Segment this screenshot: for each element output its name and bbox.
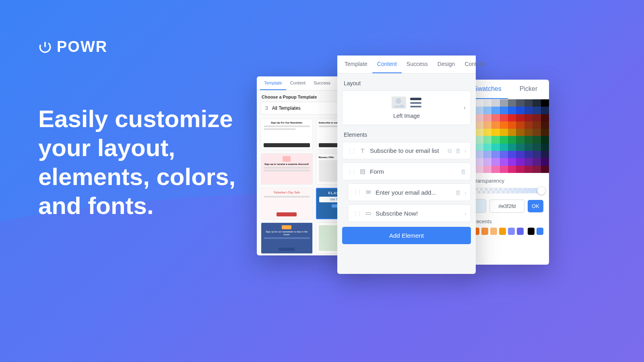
tab-template[interactable]: Template	[340, 56, 372, 73]
swatch[interactable]	[508, 136, 516, 143]
swatch[interactable]	[483, 136, 491, 143]
swatch[interactable]	[508, 129, 516, 136]
swatch[interactable]	[500, 121, 508, 129]
add-element-button[interactable]: Add Element	[342, 227, 471, 244]
swatch[interactable]	[483, 129, 491, 136]
slider-handle[interactable]	[537, 187, 545, 195]
element-button-row[interactable]: ⋮⋮ ▭ Subscribe Now! ›	[348, 204, 471, 222]
swatch[interactable]	[508, 158, 516, 165]
swatch[interactable]	[516, 158, 524, 165]
element-form-row[interactable]: ⋮⋮ ▤ Form 🗑	[342, 162, 471, 180]
swatch[interactable]	[500, 166, 508, 173]
swatch[interactable]	[491, 144, 500, 151]
recent-swatch[interactable]	[481, 228, 488, 235]
swatch[interactable]	[524, 107, 533, 114]
template-card[interactable]: Valentine's Day Sale	[261, 188, 313, 219]
swatch[interactable]	[524, 114, 533, 121]
swatch[interactable]	[533, 136, 541, 143]
swatch[interactable]	[483, 151, 491, 158]
swatch[interactable]	[475, 114, 483, 121]
swatch[interactable]	[475, 121, 483, 129]
swatch[interactable]	[541, 166, 549, 173]
swatch[interactable]	[475, 107, 483, 114]
swatch[interactable]	[483, 107, 491, 114]
swatch[interactable]	[508, 151, 516, 158]
tab-template-sm[interactable]: Template	[260, 76, 286, 90]
swatch[interactable]	[516, 129, 524, 136]
tab-success-sm[interactable]: Success	[310, 76, 334, 90]
swatch[interactable]	[516, 136, 524, 143]
recent-swatch[interactable]	[517, 228, 524, 235]
swatch[interactable]	[541, 129, 549, 136]
swatch[interactable]	[475, 158, 483, 165]
swatch[interactable]	[491, 136, 500, 143]
swatch[interactable]	[533, 99, 541, 107]
swatch[interactable]	[508, 107, 516, 114]
template-card[interactable]: Sign up to receive a surprise discount!	[261, 153, 313, 185]
swatch[interactable]	[491, 107, 500, 114]
swatch[interactable]	[475, 144, 483, 151]
drag-handle-icon[interactable]: ⋮⋮	[353, 189, 361, 195]
template-card[interactable]: Sign Up For Our Newsletter	[261, 119, 313, 150]
swatch[interactable]	[524, 121, 533, 129]
template-card[interactable]: Sign up for our newsletter to stay in th…	[261, 222, 313, 254]
swatch[interactable]	[508, 144, 516, 151]
recent-swatch[interactable]	[528, 228, 535, 235]
recent-swatch[interactable]	[490, 228, 497, 235]
swatch[interactable]	[541, 144, 549, 151]
swatch[interactable]	[500, 99, 508, 107]
swatch[interactable]	[524, 166, 533, 173]
swatch[interactable]	[541, 107, 549, 114]
swatch[interactable]	[516, 166, 524, 173]
swatch[interactable]	[541, 121, 549, 129]
tab-content[interactable]: Content	[372, 56, 402, 73]
swatch[interactable]	[524, 151, 533, 158]
swatch[interactable]	[475, 99, 483, 107]
swatch[interactable]	[533, 107, 541, 114]
swatch[interactable]	[516, 114, 524, 121]
swatch[interactable]	[516, 107, 524, 114]
recent-swatch[interactable]	[537, 228, 543, 235]
swatch[interactable]	[533, 166, 541, 173]
swatch[interactable]	[491, 129, 500, 136]
swatch[interactable]	[508, 166, 516, 173]
swatch[interactable]	[475, 136, 483, 143]
recent-swatch[interactable]	[499, 228, 506, 235]
swatch[interactable]	[508, 121, 516, 129]
swatch[interactable]	[533, 121, 541, 129]
element-email-row[interactable]: ⋮⋮ ✉ Enter your email add... 🗑›	[348, 183, 471, 201]
swatch[interactable]	[483, 144, 491, 151]
swatch[interactable]	[516, 121, 524, 129]
swatch[interactable]	[541, 114, 549, 121]
swatch[interactable]	[508, 114, 516, 121]
swatch[interactable]	[500, 151, 508, 158]
swatch[interactable]	[516, 151, 524, 158]
tab-content-sm[interactable]: Content	[286, 76, 310, 90]
tab-picker[interactable]: Picker	[508, 80, 549, 99]
swatch[interactable]	[483, 99, 491, 107]
swatch[interactable]	[491, 121, 500, 129]
swatch[interactable]	[524, 144, 533, 151]
swatch[interactable]	[500, 114, 508, 121]
swatch[interactable]	[533, 114, 541, 121]
swatch[interactable]	[541, 99, 549, 107]
element-text-row[interactable]: ⋮⋮ T Subscribe to our email list ⧉🗑›	[342, 142, 471, 159]
drag-handle-icon[interactable]: ⋮⋮	[353, 210, 361, 216]
swatch[interactable]	[533, 129, 541, 136]
swatch[interactable]	[491, 114, 500, 121]
swatch[interactable]	[475, 129, 483, 136]
swatch[interactable]	[500, 129, 508, 136]
swatch[interactable]	[491, 99, 500, 107]
drag-handle-icon[interactable]: ⋮⋮	[347, 169, 355, 174]
swatch[interactable]	[524, 158, 533, 165]
swatch[interactable]	[533, 151, 541, 158]
swatch[interactable]	[483, 114, 491, 121]
layout-selector[interactable]: Left Image ›	[342, 90, 471, 125]
swatch[interactable]	[483, 158, 491, 165]
swatch[interactable]	[516, 99, 524, 107]
swatch[interactable]	[524, 99, 533, 107]
swatch[interactable]	[541, 136, 549, 143]
trash-icon[interactable]: 🗑	[460, 168, 466, 175]
copy-icon[interactable]: ⧉	[448, 147, 452, 154]
trash-icon[interactable]: 🗑	[455, 189, 461, 196]
